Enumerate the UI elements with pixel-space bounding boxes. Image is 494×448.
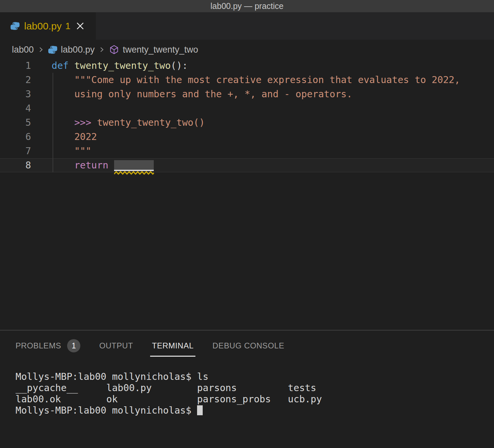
close-icon[interactable] bbox=[76, 22, 85, 30]
titlebar: lab00.py — practice bbox=[0, 0, 494, 12]
tab-terminal[interactable]: TERMINAL bbox=[152, 335, 193, 357]
terminal-line: lab00.ok ok parsons_probs ucb.py bbox=[16, 394, 494, 405]
breadcrumb-item-folder[interactable]: lab00 bbox=[12, 45, 34, 55]
code-line-text: using only numbers and the +, *, and - o… bbox=[52, 87, 352, 101]
line-number: 7 bbox=[0, 144, 31, 158]
code-line-text: """ bbox=[52, 144, 91, 158]
warning-squiggle bbox=[114, 171, 154, 175]
tab-output[interactable]: OUTPUT bbox=[99, 335, 133, 357]
tab-debug-console[interactable]: DEBUG CONSOLE bbox=[213, 335, 284, 357]
code-line[interactable]: 2 """Come up with the most creative expr… bbox=[0, 73, 494, 87]
chevron-right-icon bbox=[98, 46, 105, 53]
code-line[interactable]: 1def twenty_twenty_two(): bbox=[0, 59, 494, 73]
breadcrumb-item-symbol[interactable]: twenty_twenty_two bbox=[109, 45, 198, 55]
tab-problems[interactable]: PROBLEMS 1 bbox=[16, 335, 80, 357]
line-number: 4 bbox=[0, 101, 31, 115]
code-line[interactable]: 5 >>> twenty_twenty_two() bbox=[0, 115, 494, 130]
code-line-text: return bbox=[52, 158, 154, 172]
code-line[interactable]: 7 """ bbox=[0, 144, 494, 158]
symbol-method-icon bbox=[109, 45, 119, 55]
code-line-text: """Come up with the most creative expres… bbox=[52, 73, 460, 87]
code-line-text: 2022 bbox=[52, 130, 97, 144]
terminal-line: __pycache__ lab00.py parsons tests bbox=[16, 382, 494, 394]
indent-guide bbox=[53, 73, 53, 172]
breadcrumb-item-file[interactable]: lab00.py bbox=[48, 45, 95, 55]
code-editor[interactable]: 1def twenty_twenty_two():2 """Come up wi… bbox=[0, 59, 494, 191]
editor-lines: 1def twenty_twenty_two():2 """Come up wi… bbox=[0, 59, 494, 172]
line-number: 8 bbox=[0, 158, 31, 172]
terminal-line: Mollys-MBP:lab00 mollynicholas$ ls bbox=[16, 371, 494, 382]
terminal-prompt-line: Mollys-MBP:lab00 mollynicholas$ bbox=[16, 405, 494, 416]
code-line-text: >>> twenty_twenty_two() bbox=[52, 115, 205, 130]
tab-strip: lab00.py 1 bbox=[0, 12, 494, 40]
python-icon bbox=[11, 22, 20, 30]
code-line[interactable]: 6 2022 bbox=[0, 130, 494, 144]
python-icon bbox=[48, 45, 57, 54]
vscode-window: lab00.py — practice lab00.py 1 lab00 bbox=[0, 0, 494, 448]
unfocused-selection-box bbox=[114, 160, 154, 171]
tab-problem-count: 1 bbox=[65, 21, 70, 31]
terminal-output: Mollys-MBP:lab00 mollynicholas$ ls__pyca… bbox=[16, 371, 494, 416]
breadcrumb: lab00 lab00.py twenty_twen bbox=[0, 40, 494, 60]
problems-count-badge: 1 bbox=[67, 339, 80, 352]
terminal-prompt: Mollys-MBP:lab00 mollynicholas$ bbox=[16, 405, 197, 416]
line-number: 2 bbox=[0, 73, 31, 87]
line-number: 6 bbox=[0, 130, 31, 144]
panel-separator[interactable] bbox=[0, 330, 494, 331]
terminal-cursor bbox=[197, 405, 203, 415]
code-line-text: def twenty_twenty_two(): bbox=[52, 59, 188, 73]
code-line[interactable]: 4 bbox=[0, 101, 494, 115]
tab-lab00py[interactable]: lab00.py 1 bbox=[0, 12, 96, 40]
code-line[interactable]: 8 return bbox=[0, 158, 494, 172]
terminal[interactable]: Mollys-MBP:lab00 mollynicholas$ ls__pyca… bbox=[16, 371, 494, 416]
panel-tab-bar: PROBLEMS 1 OUTPUT TERMINAL DEBUG CONSOLE bbox=[16, 335, 284, 357]
line-number: 3 bbox=[0, 87, 31, 101]
tab-label: lab00.py bbox=[24, 21, 62, 32]
chevron-right-icon bbox=[37, 46, 45, 53]
line-number: 1 bbox=[0, 59, 31, 73]
window-title: lab00.py — practice bbox=[211, 1, 284, 11]
line-number: 5 bbox=[0, 115, 31, 130]
code-line[interactable]: 3 using only numbers and the +, *, and -… bbox=[0, 87, 494, 101]
